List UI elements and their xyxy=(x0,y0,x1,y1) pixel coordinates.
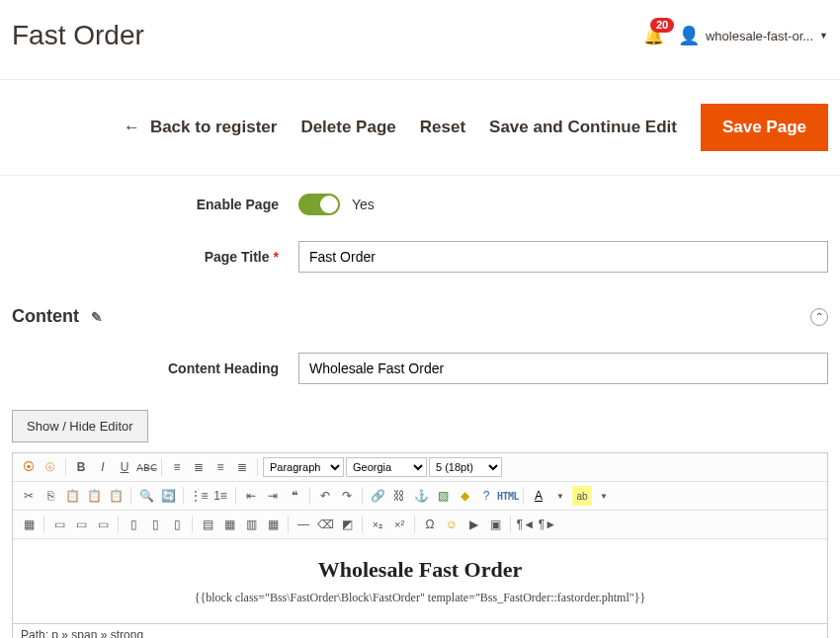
strikethrough-icon[interactable]: A̶B̶C̶ xyxy=(136,457,156,477)
separator xyxy=(288,516,289,533)
split-cells-icon[interactable]: ▤ xyxy=(198,515,217,534)
italic-icon[interactable]: I xyxy=(93,457,113,477)
toolbar-row-2: ✂ ⎘ 📋 📋 📋 🔍 🔄 ⋮≡ 1≡ ⇤ ⇥ ❝ ↶ ↷ 🔗 ⛓ ⚓ ▧ ◆ … xyxy=(13,482,827,511)
pencil-icon[interactable]: ✎ xyxy=(91,309,103,325)
text-color-icon[interactable]: A xyxy=(529,486,548,506)
outdent-icon[interactable]: ⇤ xyxy=(241,486,261,506)
collapse-button[interactable]: ⌃ xyxy=(810,308,828,326)
separator xyxy=(130,487,131,505)
underline-icon[interactable]: U xyxy=(115,457,134,477)
page-header: Fast Order 🔔 20 👤 wholesale-fast-or... ▼ xyxy=(0,0,840,80)
blockquote-icon[interactable]: ❝ xyxy=(285,486,304,506)
enable-page-value: Yes xyxy=(352,197,375,212)
remove-format-icon[interactable]: ⌫ xyxy=(315,515,335,534)
resize-handle[interactable] xyxy=(813,632,827,638)
bullet-list-icon[interactable]: ⋮≡ xyxy=(189,486,209,506)
col-after-icon[interactable]: ▯ xyxy=(145,515,165,534)
save-page-button[interactable]: Save Page xyxy=(701,104,828,151)
indent-icon[interactable]: ⇥ xyxy=(263,486,283,506)
chevron-down-icon[interactable]: ▼ xyxy=(550,486,570,506)
separator xyxy=(414,516,415,533)
reset-button[interactable]: Reset xyxy=(420,118,465,137)
align-justify-icon[interactable]: ≣ xyxy=(232,457,252,477)
paste-icon[interactable]: 📋 xyxy=(62,486,82,506)
separator xyxy=(192,516,193,533)
hr-icon[interactable]: — xyxy=(294,515,313,534)
row-props-icon[interactable]: ▥ xyxy=(241,515,261,534)
chevron-down-icon[interactable]: ▼ xyxy=(594,486,614,506)
save-continue-button[interactable]: Save and Continue Edit xyxy=(489,118,677,137)
editor-content-area[interactable]: Wholesale Fast Order {{block class="Bss\… xyxy=(13,539,827,623)
page-title-input[interactable] xyxy=(298,241,828,273)
font-select[interactable]: Georgia xyxy=(346,457,427,477)
emoticon-icon[interactable]: ☺ xyxy=(442,515,462,534)
code-icon[interactable]: HTML xyxy=(498,486,518,506)
table-icon[interactable]: ▦ xyxy=(19,515,39,534)
special-char-icon[interactable]: Ω xyxy=(420,515,440,534)
replace-icon[interactable]: 🔄 xyxy=(158,486,178,506)
separator xyxy=(510,516,511,533)
enable-page-label: Enable Page xyxy=(12,197,298,212)
chevron-up-icon: ⌃ xyxy=(815,311,823,322)
cleanup-icon[interactable]: ◆ xyxy=(455,486,474,506)
cut-icon[interactable]: ✂ xyxy=(19,486,39,506)
separator xyxy=(257,458,258,476)
align-left-icon[interactable]: ≡ xyxy=(167,457,187,477)
undo-icon[interactable]: ↶ xyxy=(315,486,335,506)
content-heading-field xyxy=(298,353,828,384)
delete-col-icon[interactable]: ▯ xyxy=(167,515,187,534)
back-button[interactable]: ← Back to register xyxy=(124,118,278,137)
enable-page-toggle[interactable] xyxy=(298,194,340,215)
content-section-title: Content ✎ xyxy=(12,306,103,327)
show-hide-editor-button[interactable]: Show / Hide Editor xyxy=(12,410,148,442)
widget-icon[interactable]: ⦿ xyxy=(19,457,39,477)
user-icon: 👤 xyxy=(678,25,700,46)
separator xyxy=(183,487,184,505)
visual-aid-icon[interactable]: ◩ xyxy=(337,515,357,534)
paste-word-icon[interactable]: 📋 xyxy=(106,486,126,506)
delete-page-button[interactable]: Delete Page xyxy=(300,118,395,137)
anchor-icon[interactable]: ⚓ xyxy=(411,486,431,506)
link-icon[interactable]: 🔗 xyxy=(368,486,387,506)
page-title-field xyxy=(298,241,828,273)
row-after-icon[interactable]: ▭ xyxy=(71,515,91,534)
subscript-icon[interactable]: ×₂ xyxy=(368,515,387,534)
variable-icon[interactable]: ⦾ xyxy=(41,457,60,477)
media-icon[interactable]: ▶ xyxy=(463,515,483,534)
col-before-icon[interactable]: ▯ xyxy=(124,515,143,534)
header-right: 🔔 20 👤 wholesale-fast-or... ▼ xyxy=(643,25,828,46)
ltr-icon[interactable]: ¶◄ xyxy=(516,515,536,534)
user-menu[interactable]: 👤 wholesale-fast-or... ▼ xyxy=(678,25,828,46)
fontsize-select[interactable]: 5 (18pt) xyxy=(429,457,502,477)
caret-down-icon: ▼ xyxy=(819,31,828,40)
arrow-left-icon: ← xyxy=(124,118,140,137)
bg-color-icon[interactable]: ab xyxy=(572,486,592,506)
notifications-button[interactable]: 🔔 20 xyxy=(643,26,664,46)
enable-page-row: Enable Page Yes xyxy=(12,194,828,215)
rtl-icon[interactable]: ¶► xyxy=(538,515,557,534)
separator xyxy=(65,458,66,476)
media-browser-icon[interactable]: ▣ xyxy=(485,515,505,534)
find-icon[interactable]: 🔍 xyxy=(136,486,156,506)
merge-cells-icon[interactable]: ▦ xyxy=(219,515,239,534)
content-section-label: Content xyxy=(12,306,79,327)
unlink-icon[interactable]: ⛓ xyxy=(389,486,409,506)
cell-props-icon[interactable]: ▦ xyxy=(263,515,283,534)
align-center-icon[interactable]: ≣ xyxy=(189,457,209,477)
help-icon[interactable]: ? xyxy=(476,486,496,506)
image-icon[interactable]: ▧ xyxy=(433,486,453,506)
bold-icon[interactable]: B xyxy=(71,457,91,477)
row-before-icon[interactable]: ▭ xyxy=(49,515,69,534)
paste-text-icon[interactable]: 📋 xyxy=(84,486,104,506)
back-label: Back to register xyxy=(150,118,278,137)
superscript-icon[interactable]: ×² xyxy=(389,515,409,534)
copy-icon[interactable]: ⎘ xyxy=(41,486,60,506)
number-list-icon[interactable]: 1≡ xyxy=(210,486,230,506)
delete-row-icon[interactable]: ▭ xyxy=(93,515,113,534)
redo-icon[interactable]: ↷ xyxy=(337,486,357,506)
editor-path-text[interactable]: Path: p » span » strong xyxy=(21,628,143,638)
content-heading-input[interactable] xyxy=(298,353,828,384)
align-right-icon[interactable]: ≡ xyxy=(210,457,230,477)
content-heading-label: Content Heading xyxy=(12,360,298,376)
format-select[interactable]: Paragraph xyxy=(263,457,344,477)
